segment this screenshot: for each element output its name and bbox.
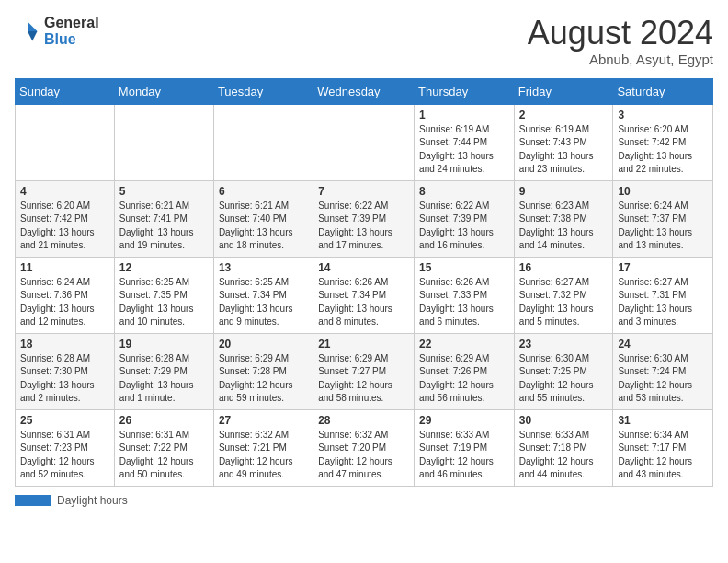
calendar-day-header: Saturday — [613, 78, 713, 104]
day-number: 20 — [219, 338, 308, 350]
logo: General Blue — [15, 15, 99, 47]
calendar-day-header: Monday — [114, 78, 213, 104]
day-number: 12 — [119, 261, 209, 274]
footer-label: Daylight hours — [57, 494, 128, 507]
day-info: Sunrise: 6:19 AMSunset: 7:43 PMDaylight:… — [519, 123, 609, 177]
svg-marker-1 — [28, 31, 38, 41]
day-info: Sunrise: 6:30 AMSunset: 7:25 PMDaylight:… — [519, 352, 609, 406]
day-number: 21 — [318, 338, 409, 350]
day-number: 10 — [618, 185, 708, 198]
calendar-cell — [16, 104, 115, 180]
day-info: Sunrise: 6:26 AMSunset: 7:33 PMDaylight:… — [419, 276, 509, 329]
calendar-cell: 31Sunrise: 6:34 AMSunset: 7:17 PMDayligh… — [613, 409, 713, 486]
calendar-cell: 7Sunrise: 6:22 AMSunset: 7:39 PMDaylight… — [313, 180, 415, 257]
day-info: Sunrise: 6:27 AMSunset: 7:31 PMDaylight:… — [618, 276, 708, 329]
day-info: Sunrise: 6:28 AMSunset: 7:29 PMDaylight:… — [119, 352, 209, 406]
calendar-cell — [213, 104, 313, 180]
calendar-cell — [313, 104, 415, 180]
day-number: 23 — [519, 338, 609, 350]
calendar-cell: 5Sunrise: 6:21 AMSunset: 7:41 PMDaylight… — [114, 180, 213, 257]
calendar-cell: 19Sunrise: 6:28 AMSunset: 7:29 PMDayligh… — [114, 333, 213, 409]
day-number: 1 — [419, 109, 509, 121]
calendar-day-header: Wednesday — [313, 78, 415, 104]
calendar-cell: 21Sunrise: 6:29 AMSunset: 7:27 PMDayligh… — [313, 333, 415, 409]
calendar-cell — [114, 104, 213, 180]
day-info: Sunrise: 6:32 AMSunset: 7:21 PMDaylight:… — [219, 429, 308, 482]
calendar-week-row: 18Sunrise: 6:28 AMSunset: 7:30 PMDayligh… — [16, 333, 713, 409]
calendar-cell: 16Sunrise: 6:27 AMSunset: 7:32 PMDayligh… — [514, 257, 613, 333]
title-block: August 2024 Abnub, Asyut, Egypt — [528, 15, 713, 67]
day-info: Sunrise: 6:27 AMSunset: 7:32 PMDaylight:… — [519, 276, 609, 329]
day-number: 5 — [119, 185, 209, 198]
location: Abnub, Asyut, Egypt — [528, 52, 713, 67]
calendar-cell: 1Sunrise: 6:19 AMSunset: 7:44 PMDaylight… — [415, 104, 515, 180]
day-number: 13 — [219, 261, 308, 274]
calendar-cell: 9Sunrise: 6:23 AMSunset: 7:38 PMDaylight… — [514, 180, 613, 257]
day-number: 2 — [519, 109, 609, 121]
day-info: Sunrise: 6:25 AMSunset: 7:34 PMDaylight:… — [219, 276, 308, 329]
day-info: Sunrise: 6:31 AMSunset: 7:22 PMDaylight:… — [119, 429, 209, 482]
header: General Blue August 2024 Abnub, Asyut, E… — [15, 15, 713, 67]
calendar-cell: 18Sunrise: 6:28 AMSunset: 7:30 PMDayligh… — [16, 333, 115, 409]
day-info: Sunrise: 6:29 AMSunset: 7:26 PMDaylight:… — [419, 352, 509, 406]
calendar-cell: 17Sunrise: 6:27 AMSunset: 7:31 PMDayligh… — [613, 257, 713, 333]
calendar-week-row: 1Sunrise: 6:19 AMSunset: 7:44 PMDaylight… — [16, 104, 713, 180]
day-number: 31 — [618, 414, 708, 427]
svg-marker-0 — [28, 21, 38, 31]
calendar-cell: 27Sunrise: 6:32 AMSunset: 7:21 PMDayligh… — [213, 409, 313, 486]
calendar-table: SundayMondayTuesdayWednesdayThursdayFrid… — [15, 78, 713, 487]
calendar-cell: 6Sunrise: 6:21 AMSunset: 7:40 PMDaylight… — [213, 180, 313, 257]
day-info: Sunrise: 6:19 AMSunset: 7:44 PMDaylight:… — [419, 123, 509, 177]
day-number: 6 — [219, 185, 308, 198]
day-number: 14 — [318, 261, 409, 274]
calendar-cell: 14Sunrise: 6:26 AMSunset: 7:34 PMDayligh… — [313, 257, 415, 333]
calendar-day-header: Tuesday — [213, 78, 313, 104]
day-number: 4 — [20, 185, 109, 198]
day-number: 15 — [419, 261, 509, 274]
logo-icon — [15, 18, 40, 44]
calendar-cell: 22Sunrise: 6:29 AMSunset: 7:26 PMDayligh… — [415, 333, 515, 409]
calendar-day-header: Thursday — [415, 78, 515, 104]
day-number: 9 — [519, 185, 609, 198]
logo-blue-text: Blue — [44, 31, 99, 48]
day-number: 25 — [20, 414, 109, 427]
day-number: 27 — [219, 414, 308, 427]
day-info: Sunrise: 6:21 AMSunset: 7:41 PMDaylight:… — [119, 200, 209, 253]
calendar-week-row: 11Sunrise: 6:24 AMSunset: 7:36 PMDayligh… — [16, 257, 713, 333]
footer: Daylight hours — [15, 494, 713, 507]
day-number: 26 — [119, 414, 209, 427]
day-number: 8 — [419, 185, 509, 198]
day-info: Sunrise: 6:22 AMSunset: 7:39 PMDaylight:… — [318, 200, 409, 253]
day-info: Sunrise: 6:32 AMSunset: 7:20 PMDaylight:… — [318, 429, 409, 482]
day-info: Sunrise: 6:29 AMSunset: 7:28 PMDaylight:… — [219, 352, 308, 406]
day-info: Sunrise: 6:29 AMSunset: 7:27 PMDaylight:… — [318, 352, 409, 406]
day-number: 28 — [318, 414, 409, 427]
day-number: 19 — [119, 338, 209, 350]
day-number: 29 — [419, 414, 509, 427]
calendar-week-row: 25Sunrise: 6:31 AMSunset: 7:23 PMDayligh… — [16, 409, 713, 486]
day-info: Sunrise: 6:33 AMSunset: 7:19 PMDaylight:… — [419, 429, 509, 482]
calendar-cell: 29Sunrise: 6:33 AMSunset: 7:19 PMDayligh… — [415, 409, 515, 486]
day-number: 7 — [318, 185, 409, 198]
calendar-cell: 20Sunrise: 6:29 AMSunset: 7:28 PMDayligh… — [213, 333, 313, 409]
day-info: Sunrise: 6:23 AMSunset: 7:38 PMDaylight:… — [519, 200, 609, 253]
calendar-cell: 30Sunrise: 6:33 AMSunset: 7:18 PMDayligh… — [514, 409, 613, 486]
calendar-cell: 23Sunrise: 6:30 AMSunset: 7:25 PMDayligh… — [514, 333, 613, 409]
day-info: Sunrise: 6:26 AMSunset: 7:34 PMDaylight:… — [318, 276, 409, 329]
day-info: Sunrise: 6:34 AMSunset: 7:17 PMDaylight:… — [618, 429, 708, 482]
day-number: 22 — [419, 338, 509, 350]
logo-text: General Blue — [44, 15, 99, 47]
day-info: Sunrise: 6:33 AMSunset: 7:18 PMDaylight:… — [519, 429, 609, 482]
day-number: 16 — [519, 261, 609, 274]
day-number: 3 — [618, 109, 708, 121]
day-number: 18 — [20, 338, 109, 350]
calendar-cell: 10Sunrise: 6:24 AMSunset: 7:37 PMDayligh… — [613, 180, 713, 257]
calendar-cell: 2Sunrise: 6:19 AMSunset: 7:43 PMDaylight… — [514, 104, 613, 180]
calendar-cell: 12Sunrise: 6:25 AMSunset: 7:35 PMDayligh… — [114, 257, 213, 333]
calendar-cell: 13Sunrise: 6:25 AMSunset: 7:34 PMDayligh… — [213, 257, 313, 333]
calendar-cell: 15Sunrise: 6:26 AMSunset: 7:33 PMDayligh… — [415, 257, 515, 333]
calendar-week-row: 4Sunrise: 6:20 AMSunset: 7:42 PMDaylight… — [16, 180, 713, 257]
calendar-cell: 3Sunrise: 6:20 AMSunset: 7:42 PMDaylight… — [613, 104, 713, 180]
day-info: Sunrise: 6:25 AMSunset: 7:35 PMDaylight:… — [119, 276, 209, 329]
day-info: Sunrise: 6:20 AMSunset: 7:42 PMDaylight:… — [618, 123, 708, 177]
